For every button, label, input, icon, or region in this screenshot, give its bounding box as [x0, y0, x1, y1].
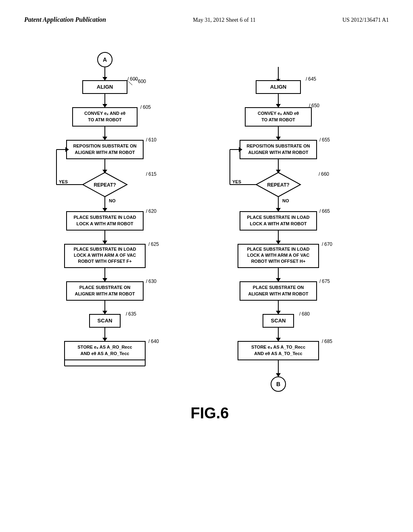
box-620 — [67, 212, 143, 230]
ref-685-num: 685 — [324, 339, 332, 344]
figure-label: FIG.6 — [190, 405, 229, 422]
box-675-line1: PLACE SUBSTRATE ON — [253, 285, 304, 290]
connector-a-label: A — [103, 56, 107, 63]
box-635-label: SCAN — [98, 318, 113, 324]
publication-label: Patent Application Publication — [24, 16, 106, 23]
ref-660-num: 660 — [321, 171, 329, 177]
ref-625-num: 625 — [151, 241, 159, 247]
box-670-line2: LOCK A WITH ARM A OF VAC — [247, 253, 309, 258]
box-640 — [65, 341, 145, 360]
ref-665-num: 665 — [322, 208, 330, 214]
ref-685-slash: / — [322, 339, 323, 344]
arrowhead-660-665 — [276, 208, 281, 212]
box-640-line1: STORE eₓ AS A_RO_Recc — [77, 345, 132, 349]
box-640-line2: AND eθ AS A_RO_Tecc — [81, 351, 129, 356]
ref-630-slash: / — [146, 278, 148, 284]
box-630 — [67, 282, 143, 300]
ref-615-num: 615 — [148, 171, 156, 177]
date-sheet-label: May 31, 2012 Sheet 6 of 11 — [193, 17, 255, 23]
patent-number-label: US 2012/136471 A1 — [342, 17, 389, 23]
box-670-line1: PLACE SUBSTRATE IN LOAD — [247, 247, 309, 251]
box-630-line1: PLACE SUBSTRATE ON — [79, 285, 130, 290]
arrowhead-1-left — [102, 77, 107, 81]
box-675 — [240, 282, 317, 300]
box-645-label: ALIGN — [270, 84, 286, 90]
ref-605-num: 605 — [143, 104, 151, 110]
box-620-line2: LOCK A WITH ATM ROBOT — [77, 221, 133, 226]
arrowhead-635-640 — [102, 338, 107, 341]
ref-675-slash: / — [319, 278, 321, 284]
box-655 — [240, 140, 317, 159]
no-label-660: NO — [282, 198, 289, 203]
ref-640-num: 640 — [151, 339, 159, 344]
arrowhead-620-625 — [102, 241, 107, 244]
box-665-line2: LOCK A WITH ATM ROBOT — [250, 221, 307, 226]
arrowhead-675-680 — [276, 311, 281, 314]
ref-680-slash: / — [299, 311, 301, 317]
box-620-line1: PLACE SUBSTRATE IN LOAD — [73, 215, 136, 220]
yes-label-660: YES — [232, 179, 241, 184]
arrowhead-625-630 — [102, 278, 107, 282]
box-625-line2: LOCK A WITH ARM A OF VAC — [74, 253, 136, 258]
ref-640-slash: / — [148, 339, 150, 344]
box-605 — [73, 108, 137, 126]
ref-620-num: 620 — [148, 208, 156, 214]
ref-600-line — [128, 81, 132, 85]
connector-b-label: B — [276, 381, 280, 387]
arrowhead-615-620 — [102, 208, 107, 212]
box-625-line3: ROBOT WITH OFFSET F+ — [78, 259, 132, 264]
ref-645-num: 645 — [308, 76, 316, 82]
box-650-line1: CONVEY eₓ AND eθ — [258, 111, 299, 116]
ref-670-num: 670 — [324, 241, 332, 247]
arrowhead-670-675 — [276, 278, 281, 282]
ref-635-slash: / — [126, 311, 127, 317]
box-685-line2: AND eθ AS A_TO_Tecc — [254, 351, 302, 356]
arrowhead-605-610 — [102, 137, 107, 140]
box-670-line3: ROBOT WITH OFFSET H+ — [251, 259, 306, 264]
no-label-615: NO — [109, 198, 116, 203]
box-685 — [238, 341, 319, 360]
box-625-line1: PLACE SUBSTRATE IN LOAD — [73, 247, 136, 251]
arrowhead-630-635 — [102, 311, 107, 314]
box-605-line2: TO ATM ROBOT — [88, 117, 122, 122]
yes-label-615: YES — [59, 179, 68, 184]
arrowhead-680-685 — [276, 338, 281, 341]
ref-660-slash: / — [319, 171, 320, 177]
ref-615-slash: / — [146, 171, 148, 177]
diamond-615-label: REPEAT? — [94, 182, 116, 188]
ref-610-num: 610 — [148, 137, 156, 143]
ref-680-num: 680 — [302, 311, 310, 317]
ref-645-slash: / — [306, 76, 307, 82]
ref-600-slash: / — [127, 76, 129, 82]
ref-630-num: 630 — [148, 278, 156, 284]
box-665-line1: PLACE SUBSTRATE IN LOAD — [247, 215, 309, 220]
arrowhead-665-670 — [276, 241, 281, 244]
box-605-line1: CONVEY eₓ AND eθ — [84, 111, 125, 116]
ref-625-slash: / — [148, 241, 150, 247]
ref-655-num: 655 — [322, 137, 330, 143]
ref-620-slash: / — [146, 208, 148, 214]
box-630-line2: ALIGNER WITH ATM ROBOT — [75, 291, 135, 296]
ref-665-slash: / — [319, 208, 321, 214]
box-665 — [240, 212, 317, 230]
ref-670-slash: / — [322, 241, 323, 247]
ref-635-num: 635 — [128, 311, 136, 317]
box-675-line2: ALIGNER WITH ATM ROBOT — [248, 291, 308, 296]
arrowhead-650-655 — [276, 137, 281, 140]
box-650 — [245, 108, 311, 126]
box-685-line1: STORE eₓ AS A_TO_Recc — [251, 345, 305, 349]
box-600-label: ALIGN — [97, 84, 113, 90]
arrowhead-600-605 — [102, 104, 107, 108]
box-610 — [67, 140, 143, 159]
flowchart-diagram: A ALIGN ⌒600 / 600 CONVEY eₓ AND eθ TO A… — [24, 48, 395, 491]
header: Patent Application Publication May 31, 2… — [24, 16, 389, 23]
box-655-line1: REPOSITION SUBSTRATE ON — [247, 143, 310, 148]
ref-600-num: 600 — [130, 76, 138, 82]
box-610-line2: ALIGNER WITH ATM ROBOT — [75, 150, 135, 155]
arrowhead-685-b — [276, 373, 281, 377]
box-610-line1: REPOSITION SUBSTRATE ON — [73, 143, 137, 148]
ref-605-slash: / — [140, 104, 142, 110]
diamond-660-label: REPEAT? — [267, 182, 289, 188]
ref-655-slash: / — [319, 137, 321, 143]
box-680-label: SCAN — [271, 318, 286, 324]
